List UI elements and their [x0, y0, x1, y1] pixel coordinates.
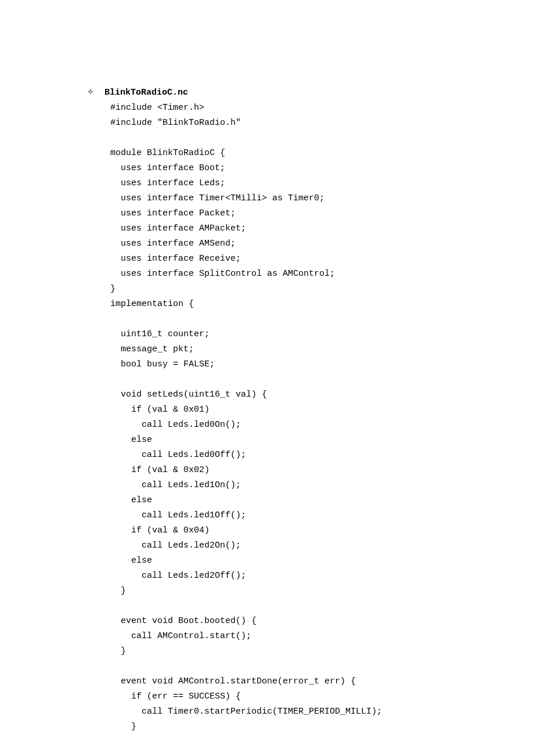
page-content: ✧ BlinkToRadioC.nc #include <Timer.h> #i…: [0, 0, 534, 735]
file-heading: BlinkToRadioC.nc: [104, 85, 188, 100]
code-block: #include <Timer.h> #include "BlinkToRadi…: [110, 100, 534, 735]
diamond-bullet-icon: ✧: [87, 84, 94, 99]
heading-line: ✧ BlinkToRadioC.nc: [87, 84, 534, 100]
